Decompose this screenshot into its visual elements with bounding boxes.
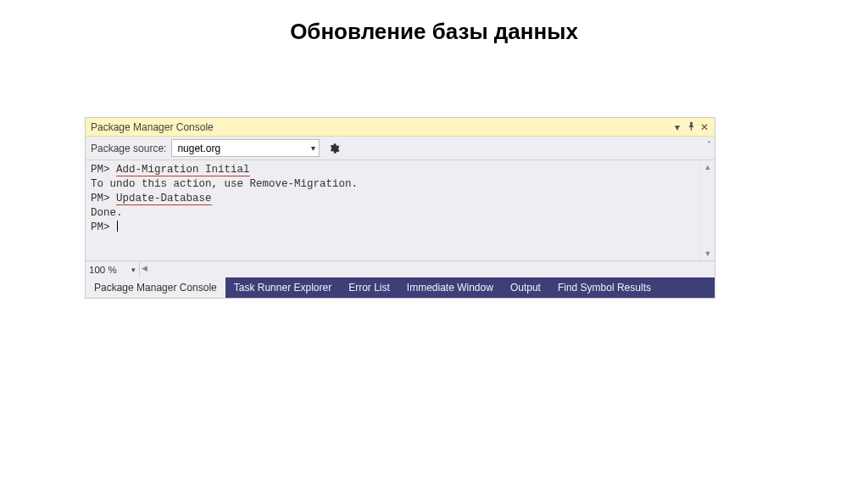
status-bar: 100 % ▾ ◀ bbox=[86, 260, 715, 277]
close-icon[interactable]: ✕ bbox=[698, 121, 711, 133]
panel-titlebar: Package Manager Console ▾ ✕ bbox=[86, 118, 715, 137]
text-cursor bbox=[117, 221, 118, 232]
slide-title: Обновление базы данных bbox=[0, 0, 868, 45]
gear-icon bbox=[328, 143, 340, 154]
settings-button[interactable] bbox=[325, 139, 343, 158]
package-source-dropdown[interactable]: nuget.org ▾ bbox=[171, 139, 320, 157]
scroll-down-icon[interactable]: ▼ bbox=[704, 247, 712, 260]
panel-toolbar: Package source: nuget.org ▾ bbox=[86, 137, 715, 160]
bottom-tabs: Package Manager Console Task Runner Expl… bbox=[86, 277, 715, 298]
tab-output[interactable]: Output bbox=[502, 277, 549, 298]
scroll-left-icon[interactable]: ◀ bbox=[142, 264, 147, 272]
vertical-scrollbar[interactable]: ▲ ▼ bbox=[700, 160, 715, 260]
tab-immediate-window[interactable]: Immediate Window bbox=[398, 277, 502, 298]
tab-task-runner-explorer[interactable]: Task Runner Explorer bbox=[225, 277, 340, 298]
package-manager-console-panel: Package Manager Console ▾ ✕ Package sour… bbox=[85, 117, 715, 299]
package-source-value: nuget.org bbox=[177, 143, 220, 154]
tab-package-manager-console[interactable]: Package Manager Console bbox=[86, 277, 225, 298]
horizontal-scrollbar[interactable]: ◀ bbox=[140, 261, 715, 277]
zoom-dropdown[interactable]: 100 % ▾ bbox=[86, 261, 140, 277]
zoom-value: 100 % bbox=[89, 265, 117, 275]
console-text: PM> Add-Migration Initial To undo this a… bbox=[86, 160, 715, 238]
panel-title-text: Package Manager Console bbox=[91, 121, 670, 133]
toolbar-overflow-icon[interactable]: '' bbox=[708, 140, 709, 149]
package-source-label: Package source: bbox=[91, 143, 166, 154]
console-output-area[interactable]: PM> Add-Migration Initial To undo this a… bbox=[86, 160, 715, 260]
scroll-up-icon[interactable]: ▲ bbox=[704, 160, 712, 174]
chevron-down-icon: ▾ bbox=[311, 143, 315, 153]
tab-find-symbol-results[interactable]: Find Symbol Results bbox=[549, 277, 659, 298]
tab-error-list[interactable]: Error List bbox=[340, 277, 398, 298]
chevron-down-icon: ▾ bbox=[131, 266, 136, 274]
dropdown-icon[interactable]: ▾ bbox=[670, 121, 684, 133]
pin-icon[interactable] bbox=[684, 121, 698, 133]
